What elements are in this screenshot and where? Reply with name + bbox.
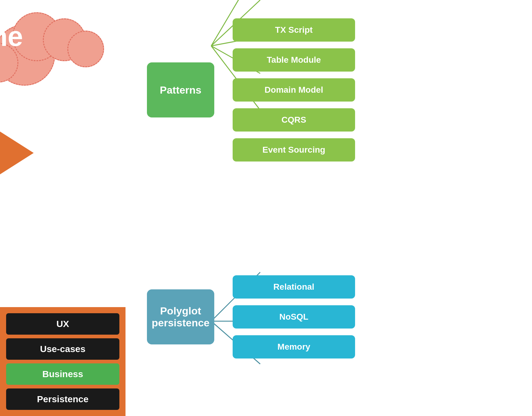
orange-arrow <box>0 132 34 174</box>
pattern-table-module: Table Module <box>233 48 355 72</box>
patterns-items: TX Script Table Module Domain Model CQRS… <box>233 18 355 162</box>
patterns-center: Patterns <box>147 62 214 117</box>
layer-business: Business <box>6 363 119 385</box>
layer-use-cases: Use-cases <box>6 338 119 360</box>
polyglot-section: Polyglot persistence Relational NoSQL Me… <box>147 275 355 358</box>
cloud-text: the n <box>0 21 23 82</box>
polyglot-center: Polyglot persistence <box>147 289 214 344</box>
patterns-section: Patterns TX Script Table Module Domain M… <box>147 18 355 162</box>
polyglot-items: Relational NoSQL Memory <box>233 275 355 358</box>
pattern-tx-script: TX Script <box>233 18 355 42</box>
layer-persistence: Persistence <box>6 388 119 410</box>
polyglot-memory: Memory <box>233 335 355 358</box>
polyglot-nosql: NoSQL <box>233 305 355 329</box>
polyglot-relational: Relational <box>233 275 355 299</box>
layers-box: UX Use-cases Business Persistence <box>0 307 126 416</box>
pattern-cqrs: CQRS <box>233 108 355 132</box>
pattern-domain-model: Domain Model <box>233 78 355 102</box>
pattern-event-sourcing: Event Sourcing <box>233 138 355 162</box>
cloud: the n <box>0 6 104 104</box>
layer-ux: UX <box>6 313 119 335</box>
